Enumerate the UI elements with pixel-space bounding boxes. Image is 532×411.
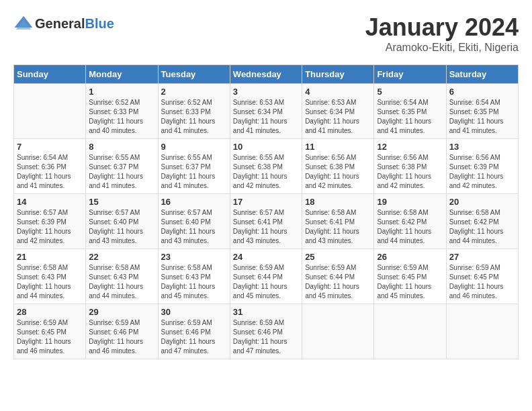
day-number: 8 — [89, 142, 154, 152]
day-info: Sunrise: 6:58 AMSunset: 6:42 PMDaylight:… — [377, 208, 443, 246]
month-year: January 2024 — [365, 13, 519, 42]
day-number: 14 — [17, 197, 83, 207]
day-info: Sunrise: 6:58 AMSunset: 6:43 PMDaylight:… — [17, 263, 83, 301]
day-number: 9 — [161, 142, 227, 152]
col-header-tuesday: Tuesday — [158, 65, 230, 84]
day-info: Sunrise: 6:57 AMSunset: 6:40 PMDaylight:… — [161, 208, 227, 246]
calendar-cell — [446, 304, 518, 359]
day-number: 24 — [233, 252, 299, 262]
calendar-cell: 24Sunrise: 6:59 AMSunset: 6:44 PMDayligh… — [230, 249, 302, 304]
col-header-friday: Friday — [374, 65, 446, 84]
day-info: Sunrise: 6:56 AMSunset: 6:38 PMDaylight:… — [305, 153, 371, 191]
day-info: Sunrise: 6:59 AMSunset: 6:46 PMDaylight:… — [89, 318, 154, 356]
calendar-cell: 26Sunrise: 6:59 AMSunset: 6:45 PMDayligh… — [374, 249, 446, 304]
calendar-cell: 19Sunrise: 6:58 AMSunset: 6:42 PMDayligh… — [374, 194, 446, 249]
day-number: 7 — [17, 142, 83, 152]
day-number: 3 — [233, 87, 299, 97]
day-info: Sunrise: 6:54 AMSunset: 6:35 PMDaylight:… — [377, 98, 443, 136]
day-info: Sunrise: 6:55 AMSunset: 6:38 PMDaylight:… — [233, 153, 299, 191]
calendar-cell: 14Sunrise: 6:57 AMSunset: 6:39 PMDayligh… — [14, 194, 86, 249]
day-info: Sunrise: 6:53 AMSunset: 6:34 PMDaylight:… — [233, 98, 299, 136]
calendar-cell: 3Sunrise: 6:53 AMSunset: 6:34 PMDaylight… — [230, 84, 302, 139]
day-info: Sunrise: 6:59 AMSunset: 6:44 PMDaylight:… — [305, 263, 371, 301]
calendar-cell: 31Sunrise: 6:59 AMSunset: 6:46 PMDayligh… — [230, 304, 302, 359]
day-number: 19 — [377, 197, 443, 207]
title-block: January 2024 Aramoko-Ekiti, Ekiti, Niger… — [365, 13, 519, 54]
day-number: 10 — [233, 142, 299, 152]
day-info: Sunrise: 6:57 AMSunset: 6:41 PMDaylight:… — [233, 208, 299, 246]
day-info: Sunrise: 6:52 AMSunset: 6:33 PMDaylight:… — [161, 98, 227, 136]
calendar-cell: 15Sunrise: 6:57 AMSunset: 6:40 PMDayligh… — [86, 194, 158, 249]
calendar-cell: 21Sunrise: 6:58 AMSunset: 6:43 PMDayligh… — [14, 249, 86, 304]
calendar-cell: 4Sunrise: 6:53 AMSunset: 6:34 PMDaylight… — [302, 84, 374, 139]
page-header: GeneralBlue January 2024 Aramoko-Ekiti, … — [13, 13, 519, 54]
day-number: 12 — [377, 142, 443, 152]
day-info: Sunrise: 6:58 AMSunset: 6:43 PMDaylight:… — [161, 263, 227, 301]
logo: GeneralBlue — [13, 13, 114, 34]
day-number: 27 — [449, 252, 515, 262]
calendar-header-row: SundayMondayTuesdayWednesdayThursdayFrid… — [14, 65, 519, 84]
day-number: 28 — [17, 307, 83, 317]
logo-general: General — [35, 16, 85, 31]
day-number: 17 — [233, 197, 299, 207]
day-number: 5 — [377, 87, 443, 97]
day-info: Sunrise: 6:55 AMSunset: 6:37 PMDaylight:… — [89, 153, 154, 191]
calendar-cell: 18Sunrise: 6:58 AMSunset: 6:41 PMDayligh… — [302, 194, 374, 249]
calendar-cell: 22Sunrise: 6:58 AMSunset: 6:43 PMDayligh… — [86, 249, 158, 304]
day-info: Sunrise: 6:59 AMSunset: 6:45 PMDaylight:… — [377, 263, 443, 301]
day-number: 6 — [449, 87, 515, 97]
day-number: 2 — [161, 87, 227, 97]
logo-blue: Blue — [85, 16, 114, 31]
calendar-cell: 2Sunrise: 6:52 AMSunset: 6:33 PMDaylight… — [158, 84, 230, 139]
calendar-cell: 9Sunrise: 6:55 AMSunset: 6:37 PMDaylight… — [158, 139, 230, 194]
day-info: Sunrise: 6:56 AMSunset: 6:38 PMDaylight:… — [377, 153, 443, 191]
day-number: 30 — [161, 307, 227, 317]
calendar-cell: 17Sunrise: 6:57 AMSunset: 6:41 PMDayligh… — [230, 194, 302, 249]
day-info: Sunrise: 6:58 AMSunset: 6:43 PMDaylight:… — [89, 263, 154, 301]
day-info: Sunrise: 6:58 AMSunset: 6:41 PMDaylight:… — [305, 208, 371, 246]
col-header-wednesday: Wednesday — [230, 65, 302, 84]
day-info: Sunrise: 6:59 AMSunset: 6:44 PMDaylight:… — [233, 263, 299, 301]
day-number: 31 — [233, 307, 299, 317]
day-number: 18 — [305, 197, 371, 207]
calendar-week-2: 7Sunrise: 6:54 AMSunset: 6:36 PMDaylight… — [14, 139, 519, 194]
day-number: 25 — [305, 252, 371, 262]
col-header-saturday: Saturday — [446, 65, 518, 84]
day-info: Sunrise: 6:57 AMSunset: 6:40 PMDaylight:… — [89, 208, 154, 246]
calendar-cell — [14, 84, 86, 139]
day-info: Sunrise: 6:54 AMSunset: 6:36 PMDaylight:… — [17, 153, 83, 191]
day-number: 16 — [161, 197, 227, 207]
calendar-cell: 20Sunrise: 6:58 AMSunset: 6:42 PMDayligh… — [446, 194, 518, 249]
calendar-cell: 12Sunrise: 6:56 AMSunset: 6:38 PMDayligh… — [374, 139, 446, 194]
day-info: Sunrise: 6:59 AMSunset: 6:45 PMDaylight:… — [17, 318, 83, 356]
calendar-week-4: 21Sunrise: 6:58 AMSunset: 6:43 PMDayligh… — [14, 249, 519, 304]
calendar-table: SundayMondayTuesdayWednesdayThursdayFrid… — [13, 64, 519, 359]
calendar-cell: 10Sunrise: 6:55 AMSunset: 6:38 PMDayligh… — [230, 139, 302, 194]
day-info: Sunrise: 6:57 AMSunset: 6:39 PMDaylight:… — [17, 208, 83, 246]
col-header-sunday: Sunday — [14, 65, 86, 84]
col-header-thursday: Thursday — [302, 65, 374, 84]
day-number: 29 — [89, 307, 154, 317]
day-number: 22 — [89, 252, 154, 262]
calendar-cell: 13Sunrise: 6:56 AMSunset: 6:39 PMDayligh… — [446, 139, 518, 194]
calendar-cell — [374, 304, 446, 359]
day-number: 4 — [305, 87, 371, 97]
calendar-week-3: 14Sunrise: 6:57 AMSunset: 6:39 PMDayligh… — [14, 194, 519, 249]
day-info: Sunrise: 6:52 AMSunset: 6:33 PMDaylight:… — [89, 98, 154, 136]
calendar-cell: 1Sunrise: 6:52 AMSunset: 6:33 PMDaylight… — [86, 84, 158, 139]
day-info: Sunrise: 6:59 AMSunset: 6:46 PMDaylight:… — [233, 318, 299, 356]
calendar-cell: 11Sunrise: 6:56 AMSunset: 6:38 PMDayligh… — [302, 139, 374, 194]
calendar-cell — [302, 304, 374, 359]
calendar-cell: 5Sunrise: 6:54 AMSunset: 6:35 PMDaylight… — [374, 84, 446, 139]
day-number: 21 — [17, 252, 83, 262]
day-number: 20 — [449, 197, 515, 207]
calendar-cell: 7Sunrise: 6:54 AMSunset: 6:36 PMDaylight… — [14, 139, 86, 194]
calendar-cell: 23Sunrise: 6:58 AMSunset: 6:43 PMDayligh… — [158, 249, 230, 304]
calendar-cell: 16Sunrise: 6:57 AMSunset: 6:40 PMDayligh… — [158, 194, 230, 249]
location: Aramoko-Ekiti, Ekiti, Nigeria — [365, 42, 519, 54]
col-header-monday: Monday — [86, 65, 158, 84]
day-info: Sunrise: 6:53 AMSunset: 6:34 PMDaylight:… — [305, 98, 371, 136]
calendar-cell: 8Sunrise: 6:55 AMSunset: 6:37 PMDaylight… — [86, 139, 158, 194]
day-info: Sunrise: 6:56 AMSunset: 6:39 PMDaylight:… — [449, 153, 515, 191]
calendar-cell: 6Sunrise: 6:54 AMSunset: 6:35 PMDaylight… — [446, 84, 518, 139]
